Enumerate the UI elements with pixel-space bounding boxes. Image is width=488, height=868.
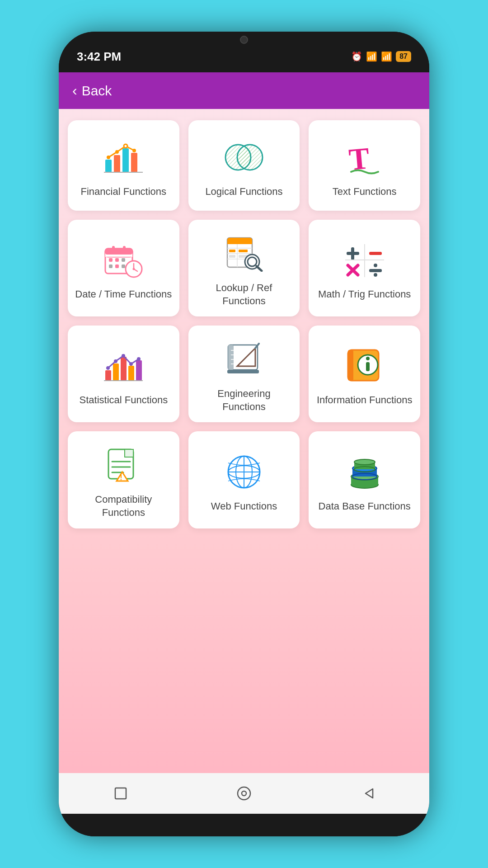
svg-text:!: !	[120, 474, 122, 481]
web-label: Web Functions	[211, 500, 277, 513]
svg-rect-57	[121, 357, 127, 381]
card-logical[interactable]: Logical Functions	[188, 120, 300, 211]
lookup-label: Lookup / Ref Functions	[195, 282, 293, 307]
compatibility-label: Compatibility Functions	[75, 493, 173, 519]
card-statistical[interactable]: Statistical Functions	[68, 326, 179, 422]
svg-point-63	[129, 362, 133, 366]
svg-point-99	[354, 459, 375, 465]
card-text[interactable]: T Text Functions	[309, 120, 420, 211]
information-label: Information Functions	[317, 394, 413, 407]
datetime-icon	[101, 237, 146, 283]
notch	[199, 32, 289, 47]
svg-rect-0	[105, 160, 112, 172]
svg-rect-67	[228, 345, 234, 370]
card-database[interactable]: Data Base Functions	[309, 431, 420, 528]
svg-rect-26	[122, 264, 125, 268]
svg-rect-1	[114, 155, 120, 172]
card-web[interactable]: Web Functions	[188, 431, 300, 528]
svg-rect-24	[109, 264, 113, 268]
svg-rect-2	[122, 148, 129, 172]
svg-point-4	[107, 156, 110, 159]
financial-icon	[101, 135, 146, 180]
wifi-icon: 📶	[381, 51, 392, 62]
svg-point-13	[237, 145, 263, 170]
svg-rect-23	[122, 258, 125, 262]
svg-rect-56	[113, 363, 119, 381]
back-chevron-icon: ‹	[72, 82, 77, 99]
svg-rect-39	[239, 250, 248, 252]
camera	[240, 36, 248, 44]
information-icon	[342, 343, 387, 388]
recent-apps-button[interactable]	[109, 782, 132, 805]
app-header: ‹ Back	[59, 72, 429, 109]
svg-rect-22	[115, 258, 119, 262]
compatibility-icon: !	[101, 443, 146, 488]
svg-rect-55	[105, 370, 111, 381]
content-area: Financial Functions	[59, 109, 429, 773]
functions-grid: Financial Functions	[68, 120, 420, 528]
engineering-label: Engineering Functions	[195, 387, 293, 413]
bottom-navigation	[59, 773, 429, 814]
svg-point-51	[374, 264, 377, 267]
text-icon: T	[342, 135, 387, 180]
app-screen: ‹ Back	[59, 72, 429, 814]
battery-indicator: 87	[396, 51, 411, 62]
database-label: Data Base Functions	[319, 500, 411, 513]
svg-point-60	[106, 366, 110, 370]
card-datetime[interactable]: Date / Time Functions	[68, 220, 179, 316]
svg-rect-59	[136, 360, 142, 381]
math-icon	[342, 237, 387, 283]
svg-point-79	[366, 357, 370, 360]
svg-rect-38	[229, 250, 235, 252]
database-icon	[342, 449, 387, 495]
signal-icon: 📶	[366, 51, 377, 62]
math-label: Math / Trig Functions	[318, 288, 411, 301]
svg-point-62	[122, 354, 125, 358]
engineering-icon	[221, 337, 267, 382]
svg-point-43	[248, 257, 257, 266]
phone-bottom-bar	[59, 814, 429, 836]
svg-point-61	[114, 359, 117, 363]
statistical-icon	[101, 343, 146, 388]
svg-rect-58	[128, 366, 134, 381]
back-nav-button[interactable]	[356, 782, 379, 805]
time-display: 3:42 PM	[77, 50, 121, 64]
card-financial[interactable]: Financial Functions	[68, 120, 179, 211]
svg-point-5	[115, 150, 119, 154]
card-compatibility[interactable]: ! Compatibility Functions	[68, 431, 179, 528]
svg-rect-70	[227, 370, 259, 373]
svg-rect-80	[366, 362, 370, 371]
card-information[interactable]: Information Functions	[309, 326, 420, 422]
svg-marker-104	[366, 789, 373, 798]
back-button[interactable]: ‹ Back	[72, 82, 112, 99]
status-icons: ⏰ 📶 📶 87	[351, 51, 411, 62]
svg-rect-18	[105, 249, 132, 255]
svg-rect-25	[115, 264, 119, 268]
svg-line-44	[257, 266, 262, 271]
alarm-icon: ⏰	[351, 51, 362, 62]
svg-rect-33	[227, 240, 252, 244]
svg-point-30	[133, 268, 135, 270]
phone-frame: 3:42 PM ⏰ 📶 📶 87 ‹ Back	[59, 32, 429, 836]
logical-icon	[221, 135, 267, 180]
svg-point-52	[374, 273, 377, 277]
svg-point-103	[242, 791, 246, 796]
svg-rect-77	[348, 350, 353, 381]
svg-rect-47	[369, 252, 382, 255]
svg-rect-50	[369, 269, 382, 272]
lookup-icon	[221, 231, 267, 276]
svg-point-6	[124, 144, 127, 148]
home-button[interactable]	[233, 782, 255, 805]
back-label: Back	[82, 83, 112, 99]
statistical-label: Statistical Functions	[80, 394, 168, 407]
svg-point-102	[238, 787, 250, 800]
svg-rect-101	[115, 788, 126, 799]
text-label: Text Functions	[333, 185, 397, 198]
card-lookup[interactable]: Lookup / Ref Functions	[188, 220, 300, 316]
card-math[interactable]: Math / Trig Functions	[309, 220, 420, 316]
datetime-label: Date / Time Functions	[75, 288, 172, 301]
svg-point-64	[137, 357, 141, 361]
card-engineering[interactable]: Engineering Functions	[188, 326, 300, 422]
logical-label: Logical Functions	[205, 185, 282, 198]
svg-rect-20	[123, 246, 126, 252]
